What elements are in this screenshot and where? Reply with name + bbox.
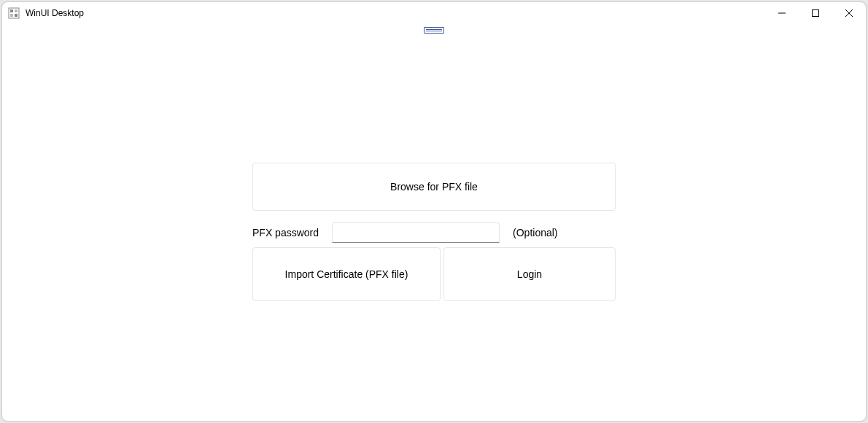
browse-pfx-button[interactable]: Browse for PFX file (252, 163, 616, 211)
app-icon (8, 7, 20, 19)
pfx-password-input[interactable] (332, 222, 500, 243)
optional-label: (Optional) (513, 227, 557, 238)
login-button[interactable]: Login (443, 247, 616, 301)
window-title: WinUI Desktop (26, 8, 765, 18)
browse-pfx-label: Browse for PFX file (390, 181, 478, 193)
window-controls (765, 2, 866, 24)
titlebar: WinUI Desktop (2, 2, 866, 24)
svg-rect-4 (15, 14, 18, 17)
password-row: PFX password (Optional) (252, 222, 616, 243)
svg-rect-2 (15, 9, 18, 12)
login-label: Login (517, 268, 542, 280)
minimize-button[interactable] (765, 2, 799, 24)
maximize-button[interactable] (799, 2, 832, 24)
content-area: Browse for PFX file PFX password (Option… (2, 24, 866, 421)
progress-indicator (424, 27, 444, 34)
import-certificate-button[interactable]: Import Certificate (PFX file) (252, 247, 441, 301)
login-form: Browse for PFX file PFX password (Option… (252, 163, 616, 301)
svg-rect-6 (813, 10, 819, 17)
import-certificate-label: Import Certificate (PFX file) (285, 268, 408, 280)
close-button[interactable] (832, 2, 866, 24)
maximize-icon (812, 9, 819, 17)
close-icon (845, 9, 853, 17)
password-label: PFX password (252, 227, 319, 238)
svg-rect-1 (10, 9, 13, 12)
action-buttons: Import Certificate (PFX file) Login (252, 247, 616, 301)
app-window: WinUI Desktop (1, 1, 867, 422)
svg-rect-3 (10, 14, 13, 17)
minimize-icon (778, 9, 786, 17)
